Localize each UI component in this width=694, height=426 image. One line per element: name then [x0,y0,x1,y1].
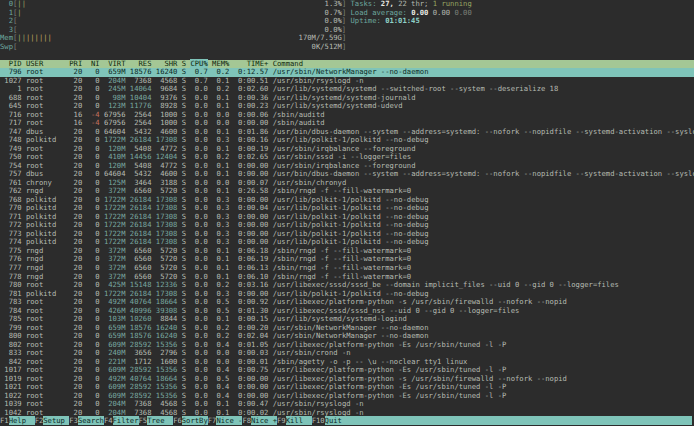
fkey-name-f10: F10 [312,416,325,425]
fkey-button-quit[interactable]: Quit [325,416,351,425]
load-15min: 0.00 [454,8,471,17]
swp-meter-value: 0K/512M [312,42,342,51]
fkey-button-tree[interactable]: Tree [147,416,173,425]
uptime-label: Uptime: [351,16,386,25]
swp-meter-caption: Swp [0,42,13,51]
fkey-button-nice[interactable]: Nice + [251,416,277,425]
fkey-name-f5: F5 [139,416,148,425]
fkey-button-kill[interactable]: Kill [286,416,312,425]
fkey-button-setup[interactable]: Setup [43,416,69,425]
fkey-name-f3: F3 [69,416,78,425]
fkey-bar-fill [351,416,693,425]
uptime-value: 01:01:45 [385,16,420,25]
fkey-button-help[interactable]: Help [9,416,35,425]
fkey-name-f6: F6 [173,416,182,425]
fkey-name-f2: F2 [35,416,44,425]
fkey-button-filter[interactable]: Filter [113,416,139,425]
fkey-name-f1: F1 [0,416,9,425]
fkey-button-sortby[interactable]: SortBy [182,416,208,425]
swap-meter-row: Swp[ 0K/512M] [0,43,694,52]
fkey-name-f9: F9 [277,416,286,425]
function-key-bar: F1Help F2Setup F3SearchF4FilterF5Tree F6… [0,417,694,426]
htop-terminal: 0[|| 1.3%] Tasks: 27, 22 thr; 1 running … [0,0,694,426]
fkey-name-f4: F4 [104,416,113,425]
swp-meter-pad [346,42,350,51]
swp-meter-gap [17,42,311,51]
fkey-button-search[interactable]: Search [78,416,104,425]
fkey-button-nice[interactable]: Nice - [216,416,242,425]
load-5min: 0.00 [433,8,455,17]
fkey-name-f8: F8 [242,416,251,425]
